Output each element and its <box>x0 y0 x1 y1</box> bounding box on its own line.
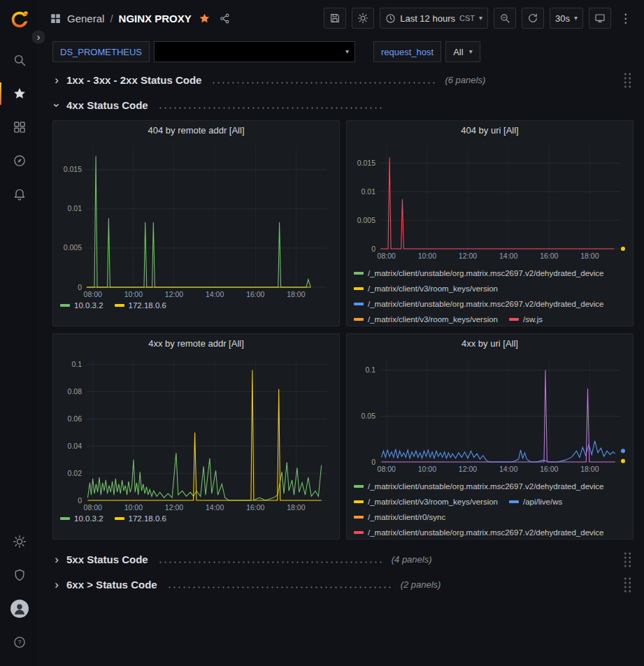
row-dotted-filler <box>158 561 382 563</box>
svg-text:10:00: 10:00 <box>124 290 143 298</box>
svg-text:0.08: 0.08 <box>68 387 83 396</box>
row-1xx-3xx-2xx[interactable]: › 1xx - 3xx - 2xx Status Code (6 panels) <box>52 70 634 89</box>
svg-text:08:00: 08:00 <box>84 290 102 298</box>
sidebar-item-starred[interactable] <box>0 77 38 110</box>
row-4xx[interactable]: › 4xx Status Code <box>52 95 634 115</box>
svg-text:08:00: 08:00 <box>378 465 396 473</box>
chart-legend: /_matrix/client/unstable/org.matrix.msc2… <box>347 475 633 539</box>
legend-item[interactable]: /_matrix/client/unstable/org.matrix.msc2… <box>354 266 604 281</box>
sidebar-item-dashboards[interactable] <box>0 110 38 144</box>
legend-item[interactable]: /_matrix/client/v3/room_keys/version <box>354 312 498 326</box>
dashboards-grid-icon <box>13 120 27 134</box>
caret-down-icon: ▾ <box>469 48 473 55</box>
caret-down-icon: ▾ <box>574 15 578 22</box>
save-dashboard-button[interactable] <box>324 8 346 29</box>
legend-item[interactable]: /_matrix/client/r0/sync <box>354 509 445 525</box>
timeseries-chart[interactable]: 08:0010:0012:0014:0016:0018:0000.0050.01… <box>352 140 627 261</box>
more-options-button[interactable]: ⋮ <box>617 11 634 26</box>
request-host-value: All <box>453 47 463 57</box>
panel-title[interactable]: 4xx by remote addr [All] <box>53 334 339 354</box>
row-6xx[interactable]: › 6xx > Status Code (2 panels) <box>52 574 634 594</box>
svg-text:0.02: 0.02 <box>68 469 83 477</box>
caret-down-icon: ▾ <box>345 48 355 55</box>
row-dotted-filler <box>167 586 391 588</box>
kiosk-mode-button[interactable] <box>589 8 611 29</box>
svg-text:10:00: 10:00 <box>418 252 436 260</box>
legend-series-marker <box>354 531 364 534</box>
svg-text:?: ? <box>17 639 21 646</box>
legend-series-marker <box>354 516 364 519</box>
favorite-star-icon[interactable] <box>199 13 210 24</box>
sidebar-item-alerting[interactable] <box>0 178 38 211</box>
svg-text:14:00: 14:00 <box>499 465 517 473</box>
legend-item[interactable]: /_matrix/client/unstable/org.matrix.msc2… <box>354 479 604 494</box>
row-title: 6xx > Status Code <box>66 579 157 591</box>
sidebar-bottom: ? <box>0 525 38 659</box>
sidebar-item-explore[interactable] <box>0 144 38 178</box>
time-range-picker[interactable]: Last 12 hours CST ▾ <box>380 8 488 29</box>
share-icon[interactable] <box>219 13 231 24</box>
sidebar-item-profile[interactable] <box>0 592 38 625</box>
legend-series-marker <box>354 485 364 488</box>
panel-title[interactable]: 4xx by uri [All] <box>347 334 633 354</box>
row-5xx[interactable]: › 5xx Status Code (4 panels) <box>52 549 634 569</box>
row-dotted-filler <box>158 107 382 109</box>
svg-text:18:00: 18:00 <box>580 252 599 260</box>
legend-series-marker <box>509 318 519 321</box>
legend-series-marker <box>354 500 364 503</box>
refresh-interval-dropdown[interactable]: 30s ▾ <box>550 8 583 29</box>
legend-series-label: /_matrix/client/v3/room_keys/version <box>368 494 498 509</box>
grafana-logo-icon[interactable] <box>6 6 34 34</box>
chevron-right-icon: › <box>52 553 61 565</box>
breadcrumb-section[interactable]: General <box>67 13 104 24</box>
main-area: General / NGINX PROXY <box>38 0 644 666</box>
chevron-down-icon: › <box>51 101 63 109</box>
panel-title[interactable]: 404 by remote addr [All] <box>53 121 339 140</box>
legend-item[interactable]: 10.0.3.2 <box>60 514 103 523</box>
legend-item[interactable]: /sw.js <box>509 312 543 326</box>
datasource-variable-label[interactable]: DS_PROMETHEUS <box>52 41 150 62</box>
timeseries-chart[interactable]: 08:0010:0012:0014:0016:0018:0000.020.040… <box>59 354 334 513</box>
panel-title[interactable]: 404 by uri [All] <box>347 121 633 140</box>
request-host-value-select[interactable]: All ▾ <box>445 41 480 62</box>
legend-item[interactable]: 10.0.3.2 <box>60 301 103 310</box>
sidebar-item-server-admin[interactable] <box>0 558 38 592</box>
timeseries-chart[interactable]: 08:0010:0012:0014:0016:0018:0000.050.1 <box>352 354 627 475</box>
zoom-out-button[interactable] <box>494 8 516 29</box>
legend-item[interactable]: /api/live/ws <box>509 494 562 509</box>
sidebar-item-search[interactable] <box>0 43 38 77</box>
datasource-value-select[interactable]: ▾ <box>154 41 355 62</box>
refresh-button[interactable] <box>522 8 544 29</box>
sidebar-expand-button[interactable]: › <box>31 29 46 45</box>
legend-series-marker <box>354 303 364 305</box>
legend-series-label: /api/live/ws <box>523 494 562 509</box>
sidebar-item-configuration[interactable] <box>0 525 38 558</box>
request-host-variable-label[interactable]: request_host <box>373 41 441 62</box>
legend-item[interactable]: /_matrix/client/unstable/org.matrix.msc2… <box>354 296 604 312</box>
help-icon: ? <box>13 635 27 649</box>
legend-series-label: /sw.js <box>523 312 543 326</box>
legend-series-marker <box>354 272 364 275</box>
legend-item[interactable]: /_matrix/client/v3/room_keys/version <box>354 281 498 296</box>
row-drag-handle[interactable] <box>623 72 632 88</box>
legend-item[interactable]: 172.18.0.6 <box>115 301 166 310</box>
svg-text:0.005: 0.005 <box>357 215 375 224</box>
row-drag-handle[interactable] <box>623 577 632 593</box>
dashboard-title[interactable]: NGINX PROXY <box>119 13 192 24</box>
svg-text:0.1: 0.1 <box>71 360 82 368</box>
legend-item[interactable]: 172.18.0.6 <box>115 514 166 523</box>
sidebar-item-help[interactable]: ? <box>0 625 38 659</box>
row-dotted-filler <box>211 82 435 84</box>
dashboard-settings-button[interactable] <box>352 8 374 29</box>
timeseries-chart[interactable]: 08:0010:0012:0014:0016:0018:0000.0050.01… <box>59 140 334 300</box>
row-panel-count: (2 panels) <box>401 579 441 590</box>
svg-text:0: 0 <box>371 457 375 465</box>
legend-series-label: /_matrix/client/unstable/org.matrix.msc2… <box>368 266 604 281</box>
legend-series-marker <box>115 304 124 307</box>
search-icon <box>13 53 27 67</box>
legend-item[interactable]: /_matrix/client/unstable/org.matrix.msc2… <box>354 525 604 539</box>
svg-text:0.05: 0.05 <box>362 411 376 419</box>
legend-series-label: /_matrix/client/unstable/org.matrix.msc2… <box>368 296 604 312</box>
row-drag-handle[interactable] <box>623 551 632 567</box>
legend-item[interactable]: /_matrix/client/v3/room_keys/version <box>354 494 498 509</box>
